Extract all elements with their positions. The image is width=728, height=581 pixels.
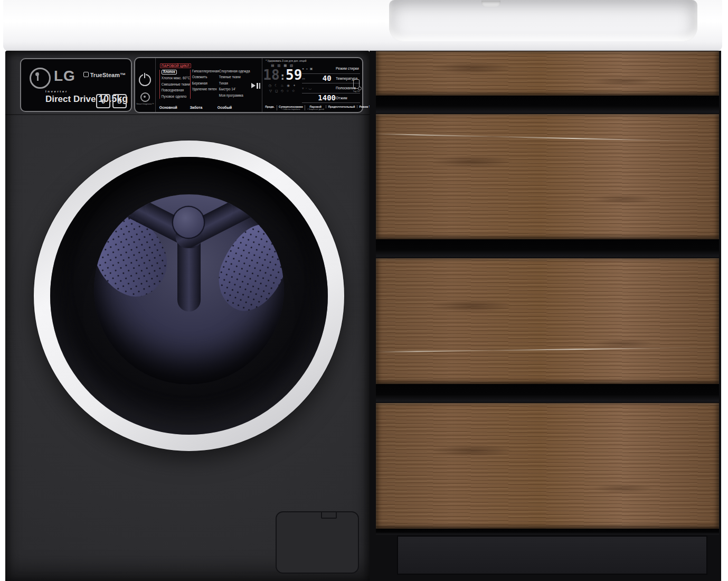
inverter-label: Inverter (45, 90, 68, 93)
group-label: Основной (159, 106, 190, 109)
program-selector: ПАРОВОЙ ЦИКЛ Хлопок Хлопок макс. 60°C См… (155, 58, 250, 112)
mode-icons: ● ◒ ▣ (302, 67, 318, 70)
program-item: Освежить (192, 76, 219, 79)
drawer-gap (376, 239, 719, 258)
program-column-special: Спортивная одежда Темные ткани Тихая Быс… (219, 70, 250, 99)
spin-value: 1400 (318, 94, 336, 101)
option-prewash: Предв. (265, 105, 276, 108)
program-column-main: Хлопок Хлопок макс. 60°C Смешанные ткани… (159, 70, 190, 99)
option-icons-row-1: ◷ ☾ ♨ ◉ ✦ (268, 83, 297, 88)
group-label: Забота (190, 106, 218, 109)
program-item: Моя программа (219, 94, 250, 98)
truesteam-icon (83, 72, 89, 77)
option-steam: Паровой • Защита от детей (305, 105, 326, 110)
program-item: Хлопок макс. 60°C (162, 77, 190, 80)
power-button-icon (139, 74, 151, 86)
brand-name: LG (54, 68, 75, 85)
temperature-value: 40 (318, 74, 336, 82)
setting-row-rinse: ▿ ◦ ◡ Полоскание (302, 83, 360, 93)
display-section: * Удерживать 3 сек для доп. опций ▤ ▥ ▦ … (262, 58, 362, 112)
wood-scratch (376, 346, 719, 352)
option-icons-row-2: ▽ ◻ ◇ ○ ☆ (269, 89, 296, 93)
drawer-2 (376, 258, 719, 384)
feature-badges: 6 S (96, 94, 127, 108)
setting-row-spin: 1400 Отжим (302, 93, 360, 104)
drawer-gap (376, 529, 719, 535)
program-item: Повседневная (162, 89, 190, 92)
vanity-cabinet (370, 51, 721, 581)
program-item: Быстро 14' (219, 88, 250, 91)
time-display-block: ▤ ▥ ▦ ▧ 18:59 ◷ ☾ ♨ ◉ ✦ ▽ ◻ ◇ ○ ☆ (266, 63, 299, 103)
program-item: Тихая (219, 82, 250, 86)
steam-cycle-header: ПАРОВОЙ ЦИКЛ (160, 63, 191, 68)
option-super-rinse: Суперполоскание • Очистка барабана (277, 105, 305, 110)
program-column-care: Гипоаллергенная Освежить Бережная Удален… (190, 70, 219, 99)
wood-scratch (376, 134, 719, 143)
nfc-tag-on: Tag On (352, 79, 361, 92)
setting-row-mode: ● ◒ ▣ Режим стирки (302, 64, 360, 74)
brand-panel: LG TrueSteam™ Inverter Direct Drive 10.5… (20, 58, 132, 112)
control-panel: Smart Diagnosis™ ПАРОВОЙ ЦИКЛ Хлопок Хло… (134, 57, 363, 113)
drawer-1 (376, 114, 719, 239)
nfc-phone-icon (353, 79, 360, 89)
program-item: Пуховое одеяло (162, 95, 190, 99)
program-item: Удаление пятен (192, 88, 219, 91)
program-item: Бережная (192, 82, 219, 86)
faucet-hole (481, 1, 500, 7)
truesteam-label: TrueSteam™ (83, 72, 126, 78)
program-item: Спортивная одежда (219, 70, 250, 73)
washing-machine: LG TrueSteam™ Inverter Direct Drive 10.5… (5, 51, 370, 581)
temperature-icon: ▭ (302, 77, 318, 80)
hold-note: * Удерживать 3 сек для доп. опций (266, 60, 360, 62)
drum-window (94, 194, 284, 385)
drawer-3 (376, 403, 719, 529)
body-seam (5, 114, 370, 115)
group-label: Особый (218, 106, 249, 109)
sink-basin (389, 0, 697, 41)
program-item: Гипоаллергенная (192, 70, 219, 73)
drawer-gap (376, 384, 719, 403)
steam-badge-icon: S (112, 94, 127, 108)
setting-row-temperature: ▭ 40 Температура (302, 74, 360, 84)
time-display: 18:59 (263, 68, 302, 82)
lg-logo-icon (30, 68, 51, 89)
six-motion-badge-icon: 6 (96, 94, 110, 108)
settings-rows: ● ◒ ▣ Режим стирки ▭ 40 Температура ▿ ◦ … (302, 64, 360, 103)
start-pause-section (250, 58, 262, 112)
cabinet-top-band (376, 51, 719, 96)
play-pause-icon (251, 83, 260, 89)
power-section: Smart Diagnosis™ (135, 58, 155, 112)
program-list: Хлопок Хлопок макс. 60°C Смешанные ткани… (159, 70, 250, 99)
drawer-gap (376, 96, 719, 114)
service-flap (276, 511, 359, 574)
program-group-labels: Основной Забота Особый (159, 106, 250, 109)
smart-diagnosis-icon (140, 92, 150, 102)
rinse-icons: ▿ ◦ ◡ (302, 86, 318, 90)
drum-center-cap (173, 207, 204, 238)
product-photo: LG TrueSteam™ Inverter Direct Drive 10.5… (0, 0, 728, 581)
option-favorite: Предпочтительный (326, 105, 357, 108)
program-item: Темные ткани (219, 76, 250, 79)
program-item: Смешанные ткани (162, 83, 190, 87)
option-labels-row: Предв. Суперполоскание • Очистка барабан… (265, 105, 352, 110)
cabinet-plinth (398, 537, 706, 574)
flap-latch (321, 511, 337, 519)
smart-diagnosis: Smart Diagnosis™ (135, 92, 155, 105)
program-item: Хлопок (162, 70, 177, 74)
